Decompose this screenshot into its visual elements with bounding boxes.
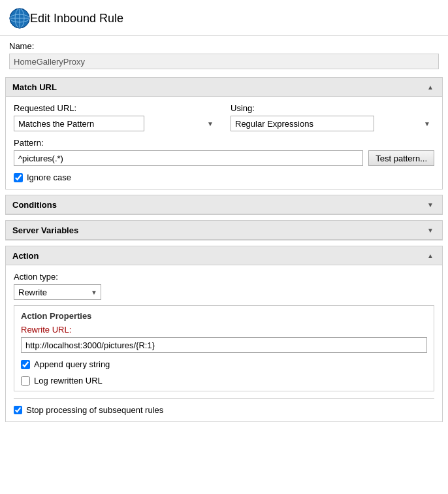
pattern-input[interactable] [14, 150, 363, 166]
stop-processing-checkbox[interactable] [14, 406, 22, 414]
conditions-header[interactable]: Conditions ▼ [6, 195, 442, 214]
log-rewritten-url-checkbox[interactable] [21, 376, 30, 386]
test-pattern-button[interactable]: Test pattern... [368, 150, 434, 166]
rewrite-url-input[interactable] [21, 337, 427, 353]
pattern-label: Pattern: [14, 138, 434, 148]
server-variables-title: Server Variables [12, 225, 78, 235]
log-rewritten-url-row: Log rewritten URL [21, 376, 427, 386]
append-query-string-checkbox[interactable] [21, 360, 30, 369]
action-title: Action [12, 251, 39, 261]
match-url-section: Match URL ▲ Requested URL: Matches the P… [5, 77, 443, 189]
stop-processing-label[interactable]: Stop processing of subsequent rules [26, 405, 163, 415]
append-query-string-row: Append query string [21, 359, 427, 369]
requested-url-chevron-icon: ▼ [207, 120, 214, 127]
match-url-chevron: ▲ [425, 82, 436, 92]
server-variables-section: Server Variables ▼ [5, 220, 443, 240]
using-group: Using: Regular Expressions Wildcards Exa… [231, 103, 434, 131]
requested-url-label: Requested URL: [14, 103, 217, 113]
action-type-row: Action type: Rewrite Redirect Custom res… [14, 272, 434, 300]
globe-icon [9, 8, 30, 29]
conditions-title: Conditions [12, 200, 57, 210]
action-type-select-wrapper: Rewrite Redirect Custom response AbortRe… [14, 284, 101, 300]
rewrite-url-label: Rewrite URL: [21, 325, 427, 335]
conditions-section: Conditions ▼ [5, 195, 443, 215]
using-select[interactable]: Regular Expressions Wildcards Exact Matc… [231, 116, 374, 131]
using-chevron-icon: ▼ [424, 120, 430, 127]
using-select-wrapper: Regular Expressions Wildcards Exact Matc… [231, 116, 434, 131]
name-label: Name: [9, 41, 439, 51]
pattern-input-row: Test pattern... [14, 150, 434, 166]
action-type-select[interactable]: Rewrite Redirect Custom response AbortRe… [14, 284, 101, 300]
requested-url-group: Requested URL: Matches the Pattern Does … [14, 103, 217, 131]
using-label: Using: [231, 103, 434, 113]
name-section: Name: [0, 36, 448, 77]
action-chevron: ▲ [425, 250, 436, 261]
stop-processing-row: Stop processing of subsequent rules [14, 398, 434, 415]
action-body: Action type: Rewrite Redirect Custom res… [6, 265, 442, 421]
log-rewritten-url-label[interactable]: Log rewritten URL [34, 376, 103, 386]
append-query-string-label[interactable]: Append query string [34, 359, 110, 369]
requested-url-select[interactable]: Matches the Pattern Does Not Match the P… [14, 116, 144, 131]
match-url-title: Match URL [12, 82, 57, 92]
action-type-label: Action type: [14, 272, 434, 282]
conditions-chevron: ▼ [425, 199, 436, 210]
requested-url-select-wrapper: Matches the Pattern Does Not Match the P… [14, 116, 217, 131]
action-section: Action ▲ Action type: Rewrite Redirect C… [5, 246, 443, 422]
action-properties-box: Action Properties Rewrite URL: Append qu… [14, 305, 434, 391]
server-variables-header[interactable]: Server Variables ▼ [6, 221, 442, 240]
match-url-body: Requested URL: Matches the Pattern Does … [6, 97, 442, 189]
ignore-case-label[interactable]: Ignore case [27, 173, 71, 182]
page-title: Edit Inbound Rule [30, 12, 123, 25]
page-header: Edit Inbound Rule [0, 0, 448, 36]
action-properties-title: Action Properties [21, 311, 427, 321]
action-header[interactable]: Action ▲ [6, 246, 442, 265]
match-url-row: Requested URL: Matches the Pattern Does … [14, 103, 434, 131]
name-input[interactable] [9, 54, 439, 69]
match-url-header[interactable]: Match URL ▲ [6, 78, 442, 97]
ignore-case-row: Ignore case [14, 173, 434, 182]
ignore-case-checkbox[interactable] [14, 173, 23, 182]
pattern-row: Pattern: Test pattern... [14, 138, 434, 166]
server-variables-chevron: ▼ [425, 225, 436, 235]
